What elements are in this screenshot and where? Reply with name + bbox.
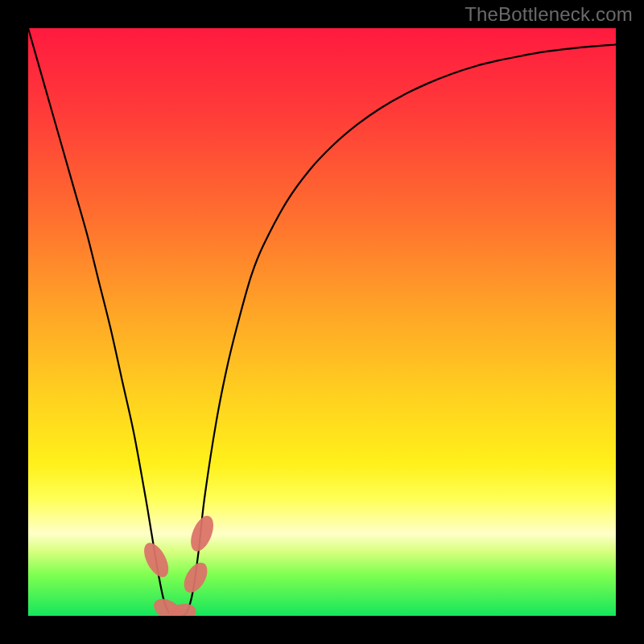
- optimal-marker: [139, 539, 174, 581]
- bottleneck-curve: [28, 28, 616, 616]
- watermark-text: TheBottleneck.com: [464, 3, 633, 26]
- chart-plot-area: [28, 28, 616, 616]
- optimal-marker: [180, 559, 213, 597]
- optimal-marker: [186, 513, 217, 555]
- chart-svg: [28, 28, 616, 616]
